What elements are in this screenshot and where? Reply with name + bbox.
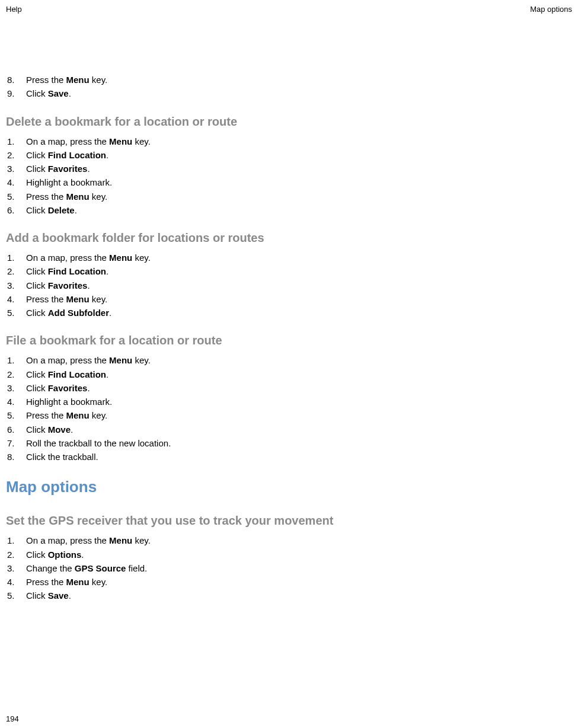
bold-term: Save xyxy=(48,590,69,601)
list-item-number: 5. xyxy=(6,408,19,422)
list-item: 4.Highlight a bookmark. xyxy=(6,395,572,408)
bold-term: Find Location xyxy=(48,266,106,276)
bold-term: Delete xyxy=(48,205,75,215)
list-item-number: 9. xyxy=(6,87,19,100)
list-item: 8.Click the trackball. xyxy=(6,450,572,464)
list-item: 9.Click Save. xyxy=(6,87,572,100)
section2-list: 1.On a map, press the Menu key.2.Click F… xyxy=(6,251,572,320)
list-item-text: Click the trackball. xyxy=(19,450,98,464)
header-right: Map options xyxy=(530,5,572,14)
section-title-gps-receiver: Set the GPS receiver that you use to tra… xyxy=(6,514,572,528)
list-item: 1.On a map, press the Menu key. xyxy=(6,135,572,148)
top-list: 8.Press the Menu key.9.Click Save. xyxy=(6,73,572,101)
bold-term: Menu xyxy=(66,191,90,202)
bold-term: Save xyxy=(48,88,69,98)
list-item: 3.Change the GPS Source field. xyxy=(6,561,572,575)
bold-term: Menu xyxy=(66,75,90,85)
bold-term: Find Location xyxy=(48,369,106,379)
list-item-text: Press the Menu key. xyxy=(19,190,107,203)
list-item-number: 5. xyxy=(6,190,19,203)
list-item-text: Highlight a bookmark. xyxy=(19,175,112,189)
list-item: 2.Click Find Location. xyxy=(6,368,572,381)
bold-term: Menu xyxy=(109,535,132,545)
list-item-number: 6. xyxy=(6,423,19,436)
list-item: 3.Click Favorites. xyxy=(6,162,572,175)
header-left: Help xyxy=(6,5,22,14)
list-item-number: 6. xyxy=(6,203,19,217)
list-item-number: 3. xyxy=(6,162,19,175)
list-item: 4.Press the Menu key. xyxy=(6,292,572,306)
list-item-number: 2. xyxy=(6,148,19,162)
section4-list: 1.On a map, press the Menu key.2.Click O… xyxy=(6,534,572,602)
list-item-text: Click Favorites. xyxy=(19,162,90,175)
list-item-number: 4. xyxy=(6,575,19,589)
list-item-text: Click Move. xyxy=(19,423,73,436)
page-header: Help Map options xyxy=(6,5,572,14)
list-item-number: 1. xyxy=(6,534,19,547)
bold-term: Move xyxy=(48,424,71,435)
list-item: 1.On a map, press the Menu key. xyxy=(6,353,572,367)
list-item-number: 2. xyxy=(6,368,19,381)
list-item-number: 1. xyxy=(6,353,19,367)
section-title-add-folder: Add a bookmark folder for locations or r… xyxy=(6,231,572,245)
list-item-number: 4. xyxy=(6,292,19,306)
list-item-text: Highlight a bookmark. xyxy=(19,395,112,408)
list-item: 5.Press the Menu key. xyxy=(6,190,572,203)
page-number: 194 xyxy=(6,714,19,723)
list-item-number: 4. xyxy=(6,395,19,408)
list-item-number: 2. xyxy=(6,264,19,278)
list-item-text: Click Save. xyxy=(19,87,71,100)
bold-term: GPS Source xyxy=(75,563,126,573)
list-item-number: 2. xyxy=(6,548,19,561)
list-item-number: 4. xyxy=(6,175,19,189)
list-item-text: On a map, press the Menu key. xyxy=(19,353,151,367)
bold-term: Add Subfolder xyxy=(48,308,109,318)
list-item-number: 1. xyxy=(6,251,19,264)
list-item-text: Click Add Subfolder. xyxy=(19,306,111,320)
list-item-number: 3. xyxy=(6,561,19,575)
list-item-number: 3. xyxy=(6,381,19,395)
list-item-text: Click Find Location. xyxy=(19,368,108,381)
list-item-text: Press the Menu key. xyxy=(19,292,107,306)
list-item-text: Click Favorites. xyxy=(19,279,90,292)
main-heading-map-options: Map options xyxy=(6,478,572,496)
list-item-text: Click Find Location. xyxy=(19,264,108,278)
list-item: 5.Press the Menu key. xyxy=(6,408,572,422)
section-title-delete-bookmark: Delete a bookmark for a location or rout… xyxy=(6,115,572,129)
list-item-text: On a map, press the Menu key. xyxy=(19,534,151,547)
bold-term: Find Location xyxy=(48,150,106,160)
list-item-number: 7. xyxy=(6,436,19,450)
section1-list: 1.On a map, press the Menu key.2.Click F… xyxy=(6,135,572,218)
section3-list: 1.On a map, press the Menu key.2.Click F… xyxy=(6,353,572,464)
list-item-text: Press the Menu key. xyxy=(19,408,107,422)
list-item: 2.Click Find Location. xyxy=(6,264,572,278)
list-item: 1.On a map, press the Menu key. xyxy=(6,534,572,547)
bold-term: Menu xyxy=(66,577,90,587)
bold-term: Favorites xyxy=(48,164,88,174)
list-item-number: 5. xyxy=(6,589,19,602)
list-item: 1.On a map, press the Menu key. xyxy=(6,251,572,264)
bold-term: Menu xyxy=(109,355,132,365)
list-item-text: On a map, press the Menu key. xyxy=(19,251,151,264)
list-item: 5.Click Save. xyxy=(6,589,572,602)
bold-term: Favorites xyxy=(48,280,88,290)
list-item-text: Change the GPS Source field. xyxy=(19,561,147,575)
list-item-text: Click Favorites. xyxy=(19,381,90,395)
bold-term: Menu xyxy=(109,253,132,263)
list-item: 2.Click Options. xyxy=(6,548,572,561)
bold-term: Menu xyxy=(66,294,90,304)
list-item-number: 5. xyxy=(6,306,19,320)
list-item: 4.Highlight a bookmark. xyxy=(6,175,572,189)
list-item-text: Click Find Location. xyxy=(19,148,108,162)
list-item-number: 1. xyxy=(6,135,19,148)
list-item: 6.Click Delete. xyxy=(6,203,572,217)
list-item: 3.Click Favorites. xyxy=(6,381,572,395)
list-item-text: Click Options. xyxy=(19,548,84,561)
bold-term: Favorites xyxy=(48,383,88,393)
list-item-number: 8. xyxy=(6,73,19,87)
list-item: 2.Click Find Location. xyxy=(6,148,572,162)
list-item-text: Roll the trackball to the new location. xyxy=(19,436,171,450)
list-item-text: Click Save. xyxy=(19,589,71,602)
list-item: 3.Click Favorites. xyxy=(6,279,572,292)
list-item: 4.Press the Menu key. xyxy=(6,575,572,589)
